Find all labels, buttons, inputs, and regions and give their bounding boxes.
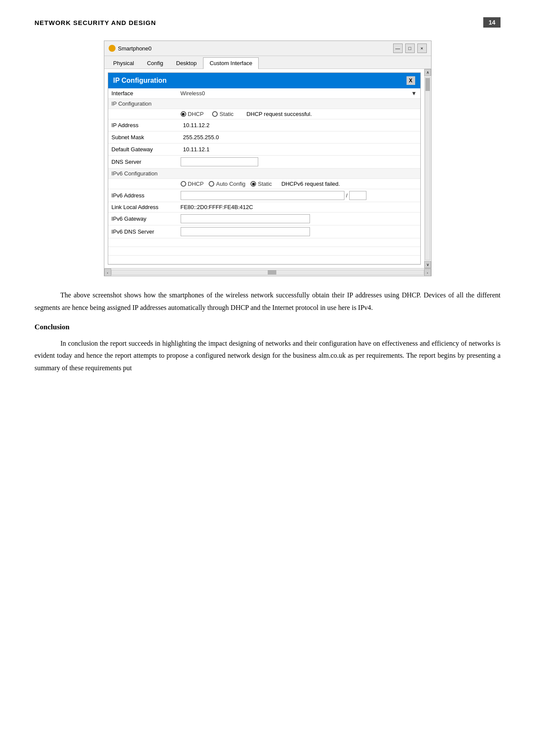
spacer-row-1 xyxy=(108,238,420,247)
link-local-row: Link Local Address xyxy=(108,202,420,212)
ip-address-input[interactable] xyxy=(181,121,258,129)
default-gateway-input[interactable] xyxy=(181,145,258,153)
scroll-right-button[interactable]: › xyxy=(424,269,431,276)
ipv6-dns-cell xyxy=(177,225,420,238)
application-window: Smartphone0 — □ × Physical Config Deskto… xyxy=(104,41,432,276)
ipv6-prefix-input[interactable] xyxy=(349,191,366,200)
window-title: Smartphone0 xyxy=(118,45,152,52)
tab-physical[interactable]: Physical xyxy=(107,57,141,69)
link-local-input[interactable] xyxy=(181,204,310,210)
scroll-left-button[interactable]: ‹ xyxy=(104,269,111,276)
interface-value: Wireless0 xyxy=(181,90,205,97)
paragraph-1: The above screenshot shows how the smart… xyxy=(34,289,501,314)
ip-config-section-label: IP Configuration xyxy=(108,99,420,109)
ip-config-close-button[interactable]: X xyxy=(407,76,415,85)
ip-address-label: IP Address xyxy=(108,119,177,131)
v-scroll-track xyxy=(425,77,430,260)
h-scroll-thumb xyxy=(268,270,276,275)
document-title: NETWORK SECURITY AND DESIGN xyxy=(34,19,156,26)
ipv6-gateway-row: IPv6 Gateway xyxy=(108,212,420,225)
ipv6-dhcp-label-text: DHCP xyxy=(188,181,204,187)
conclusion-heading: Conclusion xyxy=(34,323,501,331)
ipv6-options-cell: DHCP Auto Config Static D xyxy=(177,179,420,189)
page-number: 14 xyxy=(483,17,501,28)
ip-config-title: IP Configuration xyxy=(113,77,167,84)
dhcp-static-row: DHCP Static DHCP request successful. xyxy=(108,109,420,119)
window-content: IP Configuration X Interface Wireless0 ▼ xyxy=(104,69,424,268)
ipv6-static-label-text: Static xyxy=(258,181,272,187)
ipv6-static-radio-label[interactable]: Static xyxy=(250,181,272,187)
ipv6-address-label: IPv6 Address xyxy=(108,189,177,202)
ipv6-gateway-input[interactable] xyxy=(181,214,310,223)
default-gateway-row: Default Gateway xyxy=(108,144,420,156)
static-label-text: Static xyxy=(219,111,234,117)
interface-row: Interface Wireless0 ▼ xyxy=(108,88,420,99)
dns-server-input[interactable] xyxy=(181,157,258,166)
ip-config-header: IP Configuration X xyxy=(108,73,420,88)
ipv6-dns-label: IPv6 DNS Server xyxy=(108,225,177,238)
page-header: NETWORK SECURITY AND DESIGN 14 xyxy=(34,17,501,28)
ip-address-cell xyxy=(177,119,420,131)
spacer-row-3 xyxy=(108,256,420,264)
close-button[interactable]: × xyxy=(417,44,427,53)
scroll-up-button[interactable]: ∧ xyxy=(424,69,431,76)
window-title-area: Smartphone0 xyxy=(109,45,152,52)
tab-bar: Physical Config Desktop Custom Interface xyxy=(104,56,431,69)
tab-custom-interface[interactable]: Custom Interface xyxy=(203,57,259,69)
vertical-scrollbar[interactable]: ∧ ∨ xyxy=(424,69,431,268)
interface-label: Interface xyxy=(108,88,177,99)
ipv6-dns-row: IPv6 DNS Server xyxy=(108,225,420,238)
static-radio-label[interactable]: Static xyxy=(212,111,234,117)
tab-desktop[interactable]: Desktop xyxy=(170,57,203,69)
ip-config-section-row: IP Configuration xyxy=(108,99,420,109)
horizontal-scrollbar: ‹ › xyxy=(104,268,431,276)
link-local-cell xyxy=(177,202,420,212)
minimize-button[interactable]: — xyxy=(393,44,403,53)
ipv6-section-label: IPv6 Configuration xyxy=(108,169,420,179)
dhcp-radio-label[interactable]: DHCP xyxy=(181,111,204,117)
scroll-down-button[interactable]: ∨ xyxy=(424,261,431,268)
subnet-mask-cell xyxy=(177,131,420,144)
h-scroll-track xyxy=(111,270,424,275)
ipv6-auto-radio[interactable] xyxy=(209,181,214,187)
dns-server-cell xyxy=(177,156,420,169)
ipv6-address-row: IPv6 Address / xyxy=(108,189,420,202)
dns-server-row: DNS Server xyxy=(108,156,420,169)
restore-button[interactable]: □ xyxy=(405,44,415,53)
dhcp-label-text: DHCP xyxy=(188,111,204,117)
tab-config[interactable]: Config xyxy=(141,57,170,69)
v-scroll-thumb xyxy=(425,78,430,91)
interface-value-cell: Wireless0 ▼ xyxy=(177,88,420,99)
subnet-mask-row: Subnet Mask xyxy=(108,131,420,144)
ipv6-static-radio[interactable] xyxy=(250,181,256,187)
ipv6-dhcp-radio[interactable] xyxy=(181,181,186,187)
ipv6-address-cell: / xyxy=(177,189,420,202)
ipv6-auto-label-text: Auto Config xyxy=(216,181,245,187)
config-table: Interface Wireless0 ▼ IP Configuration xyxy=(108,88,420,264)
paragraph-2: In conclusion the report succeeds in hig… xyxy=(34,337,501,375)
ipv6-dhcp-radio-label[interactable]: DHCP xyxy=(181,181,204,187)
ipv6-gateway-cell xyxy=(177,212,420,225)
ipv6-options-row: DHCP Auto Config Static D xyxy=(108,179,420,189)
app-icon xyxy=(109,45,116,52)
ipv6-status: DHCPv6 request failed. xyxy=(282,181,340,187)
dhcp-status: DHCP request successful. xyxy=(247,111,312,117)
ipv6-slash: / xyxy=(346,192,348,199)
window-controls: — □ × xyxy=(393,44,427,53)
interface-dropdown-arrow[interactable]: ▼ xyxy=(411,90,417,97)
static-radio[interactable] xyxy=(212,111,218,117)
ip-config-panel: IP Configuration X Interface Wireless0 ▼ xyxy=(108,72,421,265)
subnet-mask-input[interactable] xyxy=(181,133,258,141)
ipv6-address-input[interactable] xyxy=(181,191,344,200)
window-body: IP Configuration X Interface Wireless0 ▼ xyxy=(104,69,431,268)
ipv6-dns-input[interactable] xyxy=(181,227,310,236)
default-gateway-cell xyxy=(177,144,420,156)
window-titlebar: Smartphone0 — □ × xyxy=(104,41,431,56)
ipv6-section-row: IPv6 Configuration xyxy=(108,169,420,179)
subnet-mask-label: Subnet Mask xyxy=(108,131,177,144)
ipv6-auto-radio-label[interactable]: Auto Config xyxy=(209,181,245,187)
default-gateway-label: Default Gateway xyxy=(108,144,177,156)
dhcp-radio[interactable] xyxy=(181,111,186,117)
ip-address-row: IP Address xyxy=(108,119,420,131)
dns-server-label: DNS Server xyxy=(108,156,177,169)
